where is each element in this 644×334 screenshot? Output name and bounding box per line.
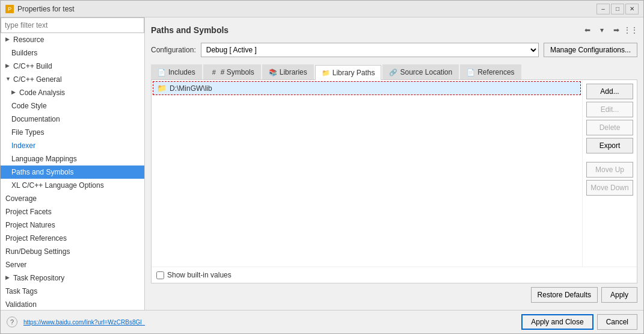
sidebar-item-run-debug[interactable]: Run/Debug Settings — [1, 245, 144, 258]
edit-button[interactable]: Edit... — [586, 102, 633, 117]
move-down-button[interactable]: Move Down — [586, 180, 633, 196]
sidebar-label-code-analysis: Code Analysis — [19, 87, 65, 98]
sidebar-label-project-references: Project References — [5, 233, 67, 244]
show-builtin-checkbox[interactable] — [156, 271, 164, 279]
sidebar-item-code-analysis[interactable]: ▶ Code Analysis — [1, 86, 144, 99]
sidebar-label-server: Server — [5, 259, 26, 270]
sidebar-label-cpp-general: C/C++ General — [13, 74, 62, 85]
restore-apply-row: Restore Defaults Apply — [151, 283, 637, 304]
sidebar-label-documentation: Documentation — [11, 114, 60, 125]
tree-arrow-resource: ▶ — [5, 36, 11, 44]
tab-source-location[interactable]: 🔗 Source Location — [382, 64, 459, 79]
dialog-footer: ? https://www.baidu.com/link?url=WzCRBs8… — [1, 310, 643, 333]
library-paths-icon: 📁 — [322, 69, 330, 77]
sidebar-item-project-references[interactable]: Project References — [1, 232, 144, 245]
sidebar-label-validation: Validation — [5, 299, 37, 310]
sidebar-label-run-debug: Run/Debug Settings — [5, 246, 70, 257]
tab-symbols-label: # Symbols — [221, 68, 254, 76]
maximize-button[interactable]: □ — [611, 4, 624, 14]
cancel-button[interactable]: Cancel — [597, 314, 637, 330]
move-up-button[interactable]: Move Up — [586, 162, 633, 178]
sidebar-label-task-repository: Task Repository — [13, 273, 64, 283]
delete-button[interactable]: Delete — [586, 120, 633, 135]
sidebar-item-validation[interactable]: Validation — [1, 298, 144, 310]
manage-configurations-button[interactable]: Manage Configurations... — [544, 43, 637, 57]
sidebar-item-coverage[interactable]: Coverage — [1, 192, 144, 205]
sidebar-item-project-natures[interactable]: Project Natures — [1, 218, 144, 232]
export-button[interactable]: Export — [586, 138, 633, 153]
add-button[interactable]: Add... — [586, 84, 633, 99]
close-button[interactable]: ✕ — [625, 4, 639, 14]
tab-includes[interactable]: 📄 Includes — [151, 64, 202, 79]
main-content: Paths and Symbols ⬅ ▾ ➡ ⋮⋮ Configuration… — [145, 17, 643, 310]
config-label: Configuration: — [151, 46, 196, 54]
title-bar-left: P Properties for test — [5, 5, 75, 13]
tab-library-paths[interactable]: 📁 Library Paths — [315, 65, 382, 80]
toolbar-icons: ⬅ ▾ ➡ ⋮⋮ — [581, 23, 637, 37]
tab-source-location-label: Source Location — [400, 68, 452, 76]
sidebar-label-task-tags: Task Tags — [5, 286, 37, 297]
dropdown-button[interactable]: ▾ — [595, 23, 609, 37]
sidebar-item-task-tags[interactable]: Task Tags — [1, 285, 144, 298]
configuration-row: Configuration: Debug [ Active ] Manage C… — [151, 43, 637, 57]
tree-arrow-cpp-build: ▶ — [5, 62, 11, 70]
sidebar-item-xl-cpp[interactable]: XL C/C++ Language Options — [1, 179, 144, 192]
forward-button[interactable]: ➡ — [610, 23, 623, 37]
restore-defaults-button[interactable]: Restore Defaults — [531, 287, 598, 303]
sidebar-item-language-mappings[interactable]: Language Mappings — [1, 152, 144, 165]
sidebar-item-code-style[interactable]: Code Style — [1, 99, 144, 113]
includes-icon: 📄 — [158, 68, 166, 76]
list-item-mingw[interactable]: 📁 D:\MinGW\lib — [153, 81, 581, 95]
sidebar-item-server[interactable]: Server — [1, 258, 144, 271]
dialog-icon: P — [5, 5, 14, 13]
apply-button[interactable]: Apply — [601, 287, 637, 303]
footer-url[interactable]: https://www.baidu.com/link?url=WzCRBs8Gl… — [23, 319, 145, 326]
sidebar-label-code-style: Code Style — [11, 101, 47, 111]
folder-icon: 📁 — [157, 84, 167, 93]
panel-footer: Show built-in values — [152, 267, 637, 283]
references-icon: 📄 — [467, 68, 475, 76]
sidebar-item-documentation[interactable]: Documentation — [1, 113, 144, 126]
tab-includes-label: Includes — [168, 68, 195, 76]
sidebar-label-file-types: File Types — [11, 127, 44, 138]
minimize-button[interactable]: – — [596, 4, 610, 14]
sidebar-label-coverage: Coverage — [5, 193, 37, 204]
footer-right: Apply and Close Cancel — [521, 314, 637, 330]
main-title: Paths and Symbols — [151, 25, 228, 35]
sidebar-item-cpp-general[interactable]: ▼ C/C++ General — [1, 73, 144, 86]
sidebar-label-project-facets: Project Facets — [5, 206, 52, 217]
dialog-window: P Properties for test – □ ✕ ▶ Resource B… — [0, 0, 644, 334]
tab-libraries-label: Libraries — [280, 68, 307, 76]
tab-libraries[interactable]: 📚 Libraries — [262, 64, 314, 79]
sidebar-item-project-facets[interactable]: Project Facets — [1, 205, 144, 218]
sidebar-item-cpp-build[interactable]: ▶ C/C++ Build — [1, 60, 144, 73]
show-builtin-label[interactable]: Show built-in values — [156, 271, 232, 279]
dialog-title: Properties for test — [17, 5, 75, 13]
footer-url-area: https://www.baidu.com/link?url=WzCRBs8Gl… — [17, 319, 521, 326]
show-builtin-text: Show built-in values — [167, 271, 232, 279]
panel-with-buttons: 📁 D:\MinGW\lib Add... Edit... Delete Exp… — [152, 80, 637, 267]
title-bar: P Properties for test – □ ✕ — [1, 1, 643, 17]
apply-and-close-button[interactable]: Apply and Close — [521, 314, 593, 330]
sidebar-label-indexer: Indexer — [11, 140, 35, 151]
tab-references-label: References — [477, 68, 514, 76]
tree-arrow-task-repo: ▶ — [5, 274, 11, 282]
back-button[interactable]: ⬅ — [581, 23, 594, 37]
tab-references[interactable]: 📄 References — [460, 64, 521, 79]
help-button[interactable]: ? — [7, 317, 17, 327]
filter-input[interactable] — [1, 17, 144, 33]
tab-symbols[interactable]: # # Symbols — [203, 64, 261, 79]
sidebar-item-builders[interactable]: Builders — [1, 46, 144, 60]
sidebar-item-paths-symbols[interactable]: Paths and Symbols — [1, 165, 144, 179]
tree-arrow-cpp-general: ▼ — [5, 75, 11, 84]
window-controls: – □ ✕ — [596, 4, 639, 14]
sidebar-item-task-repository[interactable]: ▶ Task Repository — [1, 271, 144, 285]
sidebar-item-indexer[interactable]: Indexer — [1, 139, 144, 152]
sidebar-item-resource[interactable]: ▶ Resource — [1, 33, 144, 46]
sidebar-item-file-types[interactable]: File Types — [1, 126, 144, 139]
tab-library-paths-label: Library Paths — [333, 69, 375, 77]
main-header: Paths and Symbols ⬅ ▾ ➡ ⋮⋮ — [151, 23, 637, 37]
tree-arrow-code-analysis: ▶ — [11, 88, 17, 97]
config-select[interactable]: Debug [ Active ] — [201, 43, 539, 57]
menu-button[interactable]: ⋮⋮ — [624, 23, 637, 37]
